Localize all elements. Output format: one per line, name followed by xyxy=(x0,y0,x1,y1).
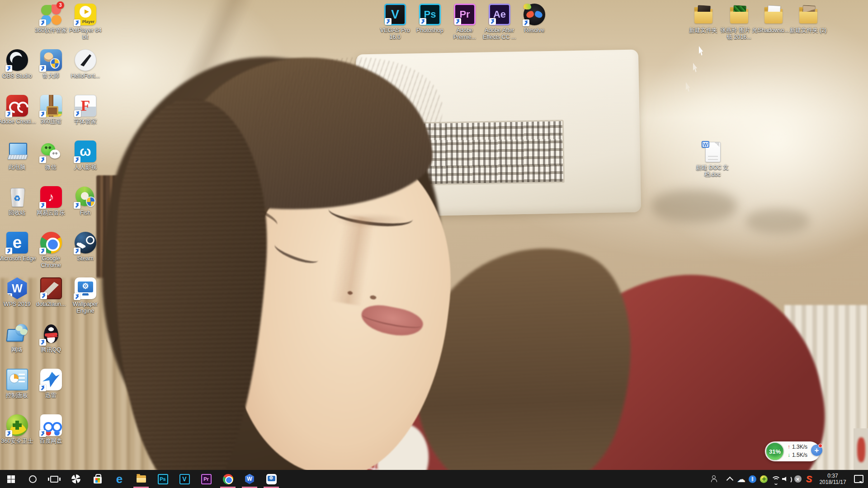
shortcut-arrow-icon xyxy=(5,293,12,300)
notification-dot xyxy=(818,444,822,448)
desktop-icon-new-folder-2[interactable]: 新建文件夹 (2) xyxy=(789,4,827,34)
desktop-icon-fish[interactable]: Fish xyxy=(66,186,105,216)
taskbar-photoshop[interactable]: Ps xyxy=(152,470,174,488)
tray-volume[interactable] xyxy=(781,470,792,488)
net-speed-widget[interactable]: 31% ↑ 1.3K/s ↓ 1.5K/s + xyxy=(765,441,820,461)
adobe-premiere-glyph: Pr xyxy=(203,476,209,482)
desktop-icon-this-pc[interactable]: 此电脑 xyxy=(0,141,37,171)
desktop-icon-renren-yingshi[interactable]: ω人人影视 xyxy=(66,141,105,171)
desktop-icon-baidu-netdisk[interactable]: 百度网盘 xyxy=(32,414,71,445)
shortcut-arrow-icon xyxy=(74,202,80,209)
taskbar-wps-office[interactable]: W xyxy=(239,470,260,488)
taskbar-file-explorer[interactable] xyxy=(130,470,152,488)
desktop-icon-netease-cloud-music[interactable]: ♪网易云音乐 xyxy=(32,186,71,216)
tray-hidden-icons-chevron[interactable] xyxy=(724,470,736,488)
adobe-after-effects-label: Adobe After Effects CC ... xyxy=(481,27,518,41)
shortcut-arrow-icon xyxy=(523,19,529,26)
desktop-icon-microsoft-edge[interactable]: eMicrosoft Edge xyxy=(0,232,37,262)
desktop-icon-font-manager[interactable]: F字体管家 xyxy=(66,95,105,125)
desktop-icon-adobe-after-effects[interactable]: AeAdobe After Effects CC ... xyxy=(481,4,518,41)
adobe-creative-cloud-label: Adobe Creati... xyxy=(0,118,36,125)
hellofont-label: HelloFont... xyxy=(71,73,100,80)
tray-action-center[interactable] xyxy=(851,470,866,488)
shortcut-arrow-icon xyxy=(74,248,80,254)
taskbar-360-software-manager[interactable] xyxy=(65,470,87,488)
desktop-icon-wps-2019[interactable]: WWPS 2019 xyxy=(0,277,37,308)
control-panel-label: 控制面板 xyxy=(6,392,28,399)
usage-ball[interactable]: 31% xyxy=(765,442,784,461)
vegas-pro-label: VEGAS Pro 16.0 xyxy=(377,27,414,41)
microsoft-edge-icon: e xyxy=(116,472,123,486)
taskbar-start-button[interactable] xyxy=(0,470,22,488)
davinci-resolve-glyph xyxy=(524,4,531,9)
tray-wifi-network[interactable] xyxy=(769,470,781,488)
file-explorer-icon xyxy=(137,475,146,483)
potplayer-icon: Player xyxy=(75,4,96,25)
shortcut-arrow-icon xyxy=(420,18,426,25)
wechat-label: 微信 xyxy=(46,164,57,171)
tray-sogou-input[interactable]: S xyxy=(803,470,815,488)
new-folder-label: 新建文件夹 xyxy=(689,27,718,34)
shortcut-arrow-icon xyxy=(74,293,80,300)
xunlei-thunder-icon xyxy=(40,369,62,390)
desktop-icon-hellofont[interactable]: HelloFont... xyxy=(66,49,105,80)
adobe-premiere-icon: Pr xyxy=(201,474,212,484)
taskbar-google-chrome[interactable] xyxy=(217,470,239,488)
desktop-icon-steam[interactable]: Steam xyxy=(66,232,105,262)
tray-360-safe-tray[interactable] xyxy=(758,470,769,488)
taskbar-task-view[interactable] xyxy=(43,470,65,488)
desktop-icon-shadowsocks-folder[interactable]: Shadowso... xyxy=(755,4,793,34)
hellofont-icon xyxy=(75,49,96,71)
shortcut-arrow-icon xyxy=(39,111,46,117)
fish-label: Fish xyxy=(80,210,91,216)
disabled-device-icon-glyph: × xyxy=(794,475,802,483)
tray-clock[interactable]: 0:372018/11/17 xyxy=(815,470,851,488)
tray-disabled-device[interactable]: × xyxy=(792,470,803,488)
boost-button[interactable]: + xyxy=(811,445,822,456)
shortcut-arrow-icon xyxy=(39,385,46,391)
desktop-icon-tencent-qq[interactable]: 腾讯QQ xyxy=(32,323,71,353)
desktop-icon-360-zip[interactable]: 360压缩 xyxy=(32,95,71,125)
360-zip-icon xyxy=(40,95,62,117)
desktop-icon-adobe-premiere[interactable]: PrAdobe Premie... xyxy=(446,4,483,41)
taskbar-wallpaper-engine[interactable]: ⚙ xyxy=(260,470,282,488)
dota2-launcher-label: dota2laun... xyxy=(36,301,66,308)
desktop-icon-zhang-yanling-pictures-folder[interactable]: 张燕玲 图片 光镜 2016... xyxy=(720,4,758,41)
desktop-icon-wallpaper-engine[interactable]: ⚙Wallpaper Engine xyxy=(66,277,105,314)
desktop-icon-360-software-manager[interactable]: 3360软件管家 xyxy=(32,4,71,34)
desktop-icon-obs-studio[interactable]: OBS Studio xyxy=(0,49,37,80)
network-icon xyxy=(6,323,28,345)
fish-icon xyxy=(75,186,96,208)
recycle-bin-label: 回收站 xyxy=(9,210,26,216)
desktop-icon-new-folder[interactable]: 新建文件夹 xyxy=(684,4,722,34)
start-button-icon xyxy=(7,475,15,483)
taskbar-cortana-search[interactable] xyxy=(22,470,43,488)
desktop-icon-network[interactable]: 网络 xyxy=(0,323,37,353)
taskbar-adobe-premiere[interactable]: Pr xyxy=(195,470,217,488)
desktop-icon-google-chrome[interactable]: Google Chrome xyxy=(32,232,71,269)
font-manager-label: 字体管家 xyxy=(74,118,97,125)
desktop-icon-adobe-creative-cloud[interactable]: Adobe Creati... xyxy=(0,95,37,125)
desktop-icon-ludashi[interactable]: 鲁大师 xyxy=(32,49,71,80)
desktop-icon-vegas-pro[interactable]: VVEGAS Pro 16.0 xyxy=(377,4,414,41)
tray-people[interactable] xyxy=(708,470,720,488)
tray-onedrive-cloud[interactable]: ☁ xyxy=(736,470,747,488)
notification-badge: 3 xyxy=(57,1,64,9)
taskbar-microsoft-store[interactable] xyxy=(87,470,108,488)
desktop-icon-360-safe-guard[interactable]: 360安全卫士 xyxy=(0,414,37,445)
taskbar-microsoft-edge[interactable]: e xyxy=(108,470,130,488)
shortcut-arrow-icon xyxy=(74,156,80,163)
taskbar: ePsVPrW⚙ ☁ᛒ×S0:372018/11/17 xyxy=(0,470,868,488)
desktop-icon-dota2-launcher[interactable]: dota2laun... xyxy=(32,277,71,308)
desktop-icon-photoshop[interactable]: PsPhotoshop xyxy=(411,4,448,34)
desktop-icon-wechat[interactable]: 微信 xyxy=(32,141,71,171)
desktop-icon-potplayer[interactable]: PlayerPotPlayer 64 bit xyxy=(66,4,105,41)
desktop-icon-new-doc-document[interactable]: W新建 DOC 文档.doc xyxy=(691,141,734,178)
taskbar-vegas-pro[interactable]: V xyxy=(174,470,195,488)
desktop-icon-davinci-resolve[interactable]: Resolve xyxy=(516,4,553,34)
desktop-icon-control-panel[interactable]: 控制面板 xyxy=(0,369,37,399)
desktop-icon-recycle-bin[interactable]: ♻回收站 xyxy=(0,186,37,216)
desktop-icon-xunlei-thunder[interactable]: 迅雷 xyxy=(32,369,71,399)
ludashi-label: 鲁大师 xyxy=(42,73,60,80)
tray-bluetooth[interactable]: ᛒ xyxy=(747,470,758,488)
